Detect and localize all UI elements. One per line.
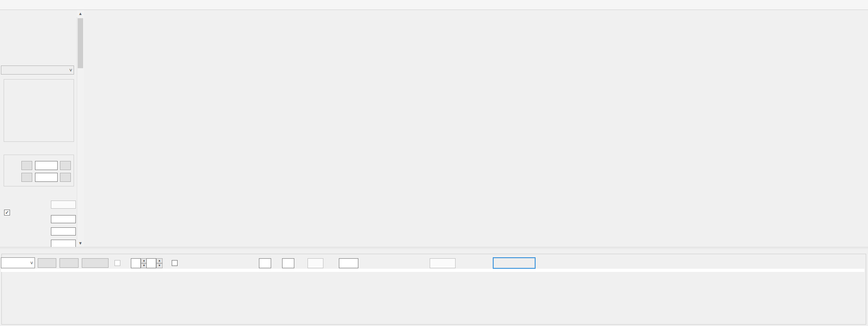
scroll-up-icon[interactable]: ▲	[77, 10, 84, 17]
import-button[interactable]	[38, 258, 56, 268]
above-decrease-button[interactable]	[21, 161, 32, 170]
save-button[interactable]	[82, 258, 109, 268]
delete-button[interactable]	[60, 258, 79, 268]
dh-spinner-2-arrows[interactable]: ▲▼	[156, 258, 163, 268]
payoff-chart[interactable]	[84, 10, 868, 247]
dh-spinner-2[interactable]	[146, 258, 156, 268]
d-input[interactable]	[259, 258, 271, 268]
below-input[interactable]	[35, 173, 58, 182]
grid-step-y-input[interactable]	[51, 201, 76, 209]
scrollbar-thumb[interactable]	[78, 18, 83, 68]
m-checkbox[interactable]	[172, 260, 178, 266]
grid-step-x-input[interactable]	[51, 215, 76, 223]
chevron-down-icon: ˅	[69, 67, 72, 73]
below-decrease-button[interactable]	[21, 173, 32, 182]
dh-checkbox[interactable]	[114, 260, 120, 266]
table-top-strip	[1, 269, 864, 272]
above-increase-button[interactable]	[60, 161, 71, 170]
tab-strip	[0, 0, 868, 10]
auto-checkbox[interactable]	[4, 210, 10, 216]
v1-input[interactable]	[282, 258, 294, 268]
above-input[interactable]	[35, 161, 58, 170]
draw-group	[4, 79, 74, 142]
below-increase-button[interactable]	[60, 173, 71, 182]
scroll-down-icon[interactable]: ▼	[77, 240, 84, 247]
dh-spinner-1[interactable]	[131, 258, 141, 268]
strategy-select[interactable]: ˅	[1, 65, 74, 75]
v2-input[interactable]	[308, 258, 323, 268]
calculate-go-button[interactable]	[493, 257, 536, 269]
chevron-down-icon: ˅	[30, 260, 33, 266]
sko-count-input[interactable]	[51, 227, 76, 236]
p2-input[interactable]	[430, 258, 456, 268]
portfolio-select[interactable]: ˅	[1, 257, 35, 268]
p1-input[interactable]	[339, 258, 358, 268]
